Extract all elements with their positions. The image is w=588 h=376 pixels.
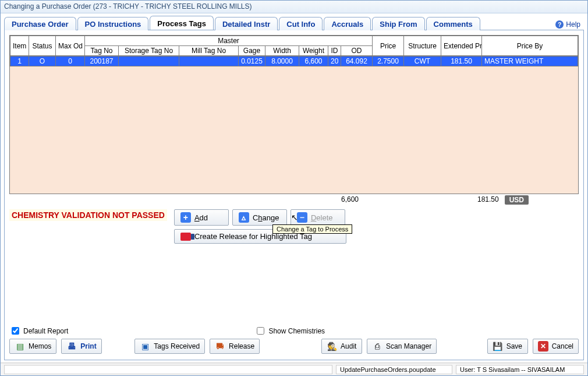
scan-manager-button[interactable]: ⎙ Scan Manager xyxy=(367,339,437,354)
cell-price: 2.7500 xyxy=(373,57,404,66)
col-od[interactable]: OD xyxy=(341,46,373,56)
default-report-input[interactable] xyxy=(12,327,19,335)
grid-totals-row: 6,600 181.50 USD xyxy=(9,194,579,208)
total-weight: 6,600 xyxy=(332,195,367,205)
save-icon: 💾 xyxy=(493,341,503,352)
col-max-od[interactable]: Max Od xyxy=(56,36,85,56)
change-button[interactable]: ▵ Change xyxy=(232,209,287,226)
tab-strip: Purchase Order PO Instructions Process T… xyxy=(4,16,584,30)
status-bar: UpdatePurchaseOrders.poupdate User: T S … xyxy=(1,363,587,375)
release-label: Release xyxy=(229,342,254,350)
tab-panel-process-tags: Item Status Max Od Master Price Structur… xyxy=(4,30,584,360)
tags-received-label: Tags Received xyxy=(154,342,200,350)
delete-button[interactable]: − Delete xyxy=(291,209,345,226)
col-tag-no[interactable]: Tag No xyxy=(85,46,119,56)
col-gage[interactable]: Gage xyxy=(239,46,265,56)
help-icon: ? xyxy=(555,20,564,29)
grid-body-area: 1 O 0 200187 0.0125 8.0000 6,600 20 64 xyxy=(10,56,578,194)
audit-label: Audit xyxy=(341,342,356,350)
grid-header: Item Status Max Od Master Price Structur… xyxy=(10,36,578,56)
cell-structure: CWT xyxy=(404,57,441,66)
print-button[interactable]: 🖶 Print xyxy=(61,339,102,354)
cell-max-od: 0 xyxy=(56,57,85,66)
show-chemistries-checkbox[interactable]: Show Chemistries xyxy=(254,325,325,336)
cell-tag-no: 200187 xyxy=(85,57,119,66)
default-report-checkbox[interactable]: Default Report xyxy=(9,325,68,336)
cell-weight: 6,600 xyxy=(299,57,328,66)
col-weight[interactable]: Weight xyxy=(299,46,328,56)
cancel-label: Cancel xyxy=(552,342,573,350)
tags-received-button[interactable]: ▣ Tags Received xyxy=(134,339,205,354)
process-tags-grid[interactable]: Item Status Max Od Master Price Structur… xyxy=(9,35,579,194)
tab-accruals[interactable]: Accruals xyxy=(324,17,371,30)
cell-gage: 0.0125 xyxy=(239,57,265,66)
footer-button-bar: ▤ Memos 🖶 Print ▣ Tags Received ⛟ Releas… xyxy=(9,336,579,355)
memos-label: Memos xyxy=(29,342,51,350)
status-center: UpdatePurchaseOrders.poupdate xyxy=(336,365,452,374)
col-width[interactable]: Width xyxy=(265,46,299,56)
help-link[interactable]: ? Help xyxy=(552,19,584,30)
arrow-up-icon: ▵ xyxy=(239,212,249,223)
show-chemistries-input[interactable] xyxy=(257,327,264,335)
scanner-icon: ⎙ xyxy=(372,341,382,352)
col-id[interactable]: ID xyxy=(328,46,341,56)
cell-status: O xyxy=(29,57,56,66)
mid-actions-row: CHEMISTRY VALIDATION NOT PASSED + Add ▵ … xyxy=(9,209,579,244)
validation-message: CHEMISTRY VALIDATION NOT PASSED xyxy=(9,209,167,221)
tab-process-tags[interactable]: Process Tags xyxy=(150,16,214,30)
audit-button[interactable]: 🕵 Audit xyxy=(321,339,362,354)
col-item[interactable]: Item xyxy=(10,36,29,56)
col-status[interactable]: Status xyxy=(29,36,56,56)
minus-icon: − xyxy=(297,212,307,223)
detective-icon: 🕵 xyxy=(327,341,337,352)
save-label: Save xyxy=(506,342,522,350)
options-row: Default Report Show Chemistries xyxy=(9,322,579,336)
memos-button[interactable]: ▤ Memos xyxy=(9,339,56,354)
cancel-icon: ✕ xyxy=(538,341,548,352)
cell-mill-tag-no xyxy=(179,57,239,66)
print-label: Print xyxy=(80,342,96,350)
cell-od: 64.092 xyxy=(341,57,373,66)
col-master-group: Master xyxy=(85,36,373,46)
truck-icon xyxy=(180,233,191,241)
col-mill-tag-no[interactable]: Mill Tag No xyxy=(179,46,239,56)
window-title: Changing a Purchase Order (273 - TRICHY … xyxy=(1,1,587,13)
plus-icon: + xyxy=(180,212,191,223)
add-button[interactable]: + Add xyxy=(174,209,229,226)
tab-detailed-instr[interactable]: Detailed Instr xyxy=(215,17,278,30)
cell-item: 1 xyxy=(10,57,29,66)
save-button[interactable]: 💾 Save xyxy=(487,339,528,354)
tooltip-change: Change a Tag to Process xyxy=(272,224,352,234)
printer-icon: 🖶 xyxy=(66,341,77,352)
total-ext-price: 181.50 xyxy=(470,195,505,205)
col-ext-price[interactable]: Extended Price xyxy=(441,36,482,56)
scan-manager-label: Scan Manager xyxy=(386,342,431,350)
grid-body: 1 O 0 200187 0.0125 8.0000 6,600 20 64 xyxy=(10,56,578,66)
tab-po-instructions[interactable]: PO Instructions xyxy=(77,17,149,30)
col-storage-tag-no[interactable]: Storage Tag No xyxy=(119,46,179,56)
app-window: Changing a Purchase Order (273 - TRICHY … xyxy=(0,0,588,376)
release-button[interactable]: ⛟ Release xyxy=(210,339,260,354)
tab-comments[interactable]: Comments xyxy=(426,17,480,30)
tab-cut-info[interactable]: Cut Info xyxy=(279,17,323,30)
cancel-button[interactable]: ✕ Cancel xyxy=(533,339,579,354)
show-chemistries-label: Show Chemistries xyxy=(268,327,325,335)
status-left xyxy=(4,365,332,374)
col-price-by[interactable]: Price By xyxy=(482,36,578,56)
note-icon: ▤ xyxy=(15,341,25,352)
tab-purchase-order[interactable]: Purchase Order xyxy=(4,17,76,30)
tab-ship-from[interactable]: Ship From xyxy=(372,17,424,30)
cell-width: 8.0000 xyxy=(265,57,299,66)
col-price[interactable]: Price xyxy=(373,36,404,56)
col-structure[interactable]: Structure xyxy=(404,36,441,56)
cell-id: 20 xyxy=(328,57,341,66)
help-label: Help xyxy=(566,20,580,29)
add-label: Add xyxy=(194,213,208,222)
table-row[interactable]: 1 O 0 200187 0.0125 8.0000 6,600 20 64 xyxy=(10,57,578,66)
truck-small-icon: ⛟ xyxy=(215,341,225,352)
default-report-label: Default Report xyxy=(23,327,68,335)
change-label: Change xyxy=(253,213,279,222)
cell-ext-price: 181.50 xyxy=(441,57,482,66)
status-right: User: T S Sivasailam -- SIVASAILAM xyxy=(456,365,584,374)
cell-storage-tag-no xyxy=(119,57,179,66)
